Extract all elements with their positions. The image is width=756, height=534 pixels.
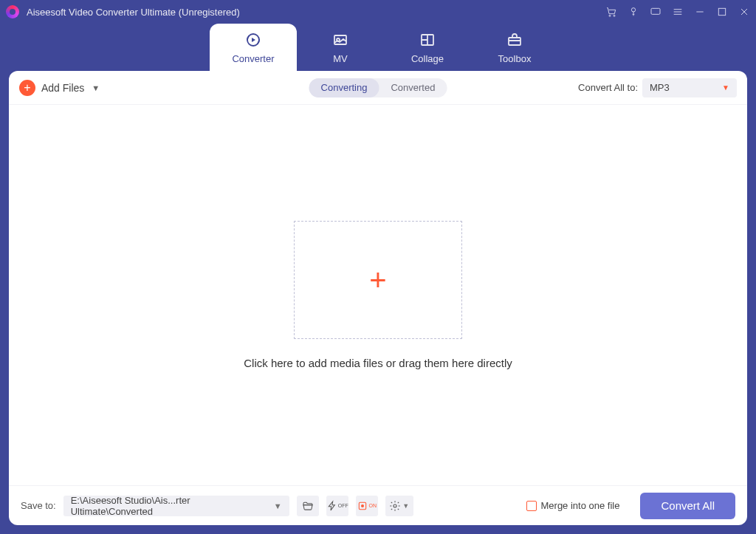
svg-marker-6 — [252, 38, 255, 42]
tab-converter-label: Converter — [232, 53, 274, 64]
window-controls — [605, 6, 750, 18]
svg-point-12 — [361, 504, 364, 507]
convert-all-to-label: Convert All to: — [578, 82, 638, 93]
titlebar: Aiseesoft Video Converter Ultimate (Unre… — [0, 0, 756, 24]
status-segmented: Converting Converted — [309, 78, 447, 97]
app-logo-icon — [6, 5, 19, 18]
chevron-down-icon: ▼ — [722, 83, 729, 92]
merge-label: Merge into one file — [541, 500, 620, 511]
settings-button[interactable]: ▼ — [385, 496, 413, 516]
open-folder-button[interactable] — [297, 496, 319, 516]
tab-mv[interactable]: MV — [297, 24, 384, 71]
maximize-icon[interactable] — [716, 6, 728, 18]
format-select[interactable]: MP3 ▼ — [642, 78, 737, 97]
save-path-select[interactable]: E:\Aiseesoft Studio\Ais...rter Ultimate\… — [63, 496, 289, 516]
svg-point-0 — [609, 15, 611, 16]
segment-converting[interactable]: Converting — [309, 78, 379, 97]
save-to-label: Save to: — [21, 500, 56, 511]
hardware-accel-button[interactable]: OFF — [326, 496, 348, 516]
add-files-label: Add Files — [41, 82, 84, 94]
add-files-button[interactable]: + Add Files ▼ — [19, 80, 100, 96]
close-icon[interactable] — [738, 6, 750, 18]
bottombar: Save to: E:\Aiseesoft Studio\Ais...rter … — [9, 485, 747, 525]
svg-point-2 — [631, 8, 635, 12]
chevron-down-icon: ▼ — [402, 502, 409, 510]
menu-icon[interactable] — [672, 6, 684, 18]
tab-converter[interactable]: Converter — [210, 24, 297, 71]
gpu-accel-button[interactable]: ON — [356, 496, 378, 516]
segment-converted[interactable]: Converted — [379, 78, 447, 97]
format-value: MP3 — [650, 82, 670, 93]
dropzone-hint: Click here to add media files or drag th… — [244, 357, 512, 369]
key-icon[interactable] — [628, 6, 639, 18]
content-area: + Add Files ▼ Converting Converted Conve… — [9, 71, 747, 525]
feedback-icon[interactable] — [650, 6, 662, 18]
chevron-down-icon: ▼ — [274, 502, 282, 510]
tab-toolbox[interactable]: Toolbox — [471, 24, 558, 71]
dropzone-area: + Click here to add media files or drag … — [9, 105, 747, 485]
checkbox-icon — [526, 501, 537, 511]
tab-toolbox-label: Toolbox — [498, 53, 532, 64]
chevron-down-icon: ▼ — [92, 83, 100, 92]
plus-icon: + — [369, 265, 386, 295]
tab-collage-label: Collage — [411, 53, 444, 64]
svg-point-13 — [394, 504, 396, 507]
plus-icon: + — [19, 80, 35, 96]
minimize-icon[interactable] — [694, 6, 706, 18]
dropzone[interactable]: + — [294, 221, 462, 339]
main-tabs: Converter MV Collage Toolbox — [0, 24, 756, 71]
tab-mv-label: MV — [333, 53, 348, 64]
convert-all-to: Convert All to: MP3 ▼ — [578, 78, 737, 97]
tab-collage[interactable]: Collage — [384, 24, 471, 71]
save-path-value: E:\Aiseesoft Studio\Ais...rter Ultimate\… — [71, 495, 274, 517]
toolbar: + Add Files ▼ Converting Converted Conve… — [9, 71, 747, 105]
svg-rect-4 — [718, 8, 725, 15]
cart-icon[interactable] — [605, 6, 617, 18]
merge-checkbox[interactable]: Merge into one file — [526, 500, 620, 511]
svg-rect-10 — [509, 38, 520, 45]
svg-point-1 — [614, 15, 615, 16]
convert-all-button[interactable]: Convert All — [640, 493, 735, 519]
app-title: Aiseesoft Video Converter Ultimate (Unre… — [27, 7, 605, 18]
